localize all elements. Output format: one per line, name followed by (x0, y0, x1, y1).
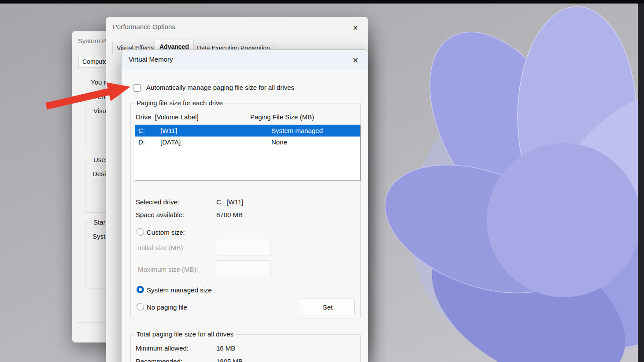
drive-list: C: [W11] System managed D: [DATA] None (135, 125, 361, 181)
system-managed-radio[interactable] (137, 286, 144, 293)
custom-size-label: Custom size: (147, 229, 185, 236)
drive-list-row-d[interactable]: D: [DATA] None (135, 137, 360, 148)
set-button[interactable]: Set (301, 299, 355, 315)
column-header-size: Paging File Size (MB) (250, 113, 314, 121)
minimum-allowed-value: 16 MB (216, 344, 235, 352)
auto-manage-checkbox-label: Automatically manage paging file size fo… (146, 84, 294, 91)
custom-size-radio[interactable] (137, 228, 144, 236)
drive-cell: D: (138, 138, 145, 146)
no-paging-file-radio[interactable] (137, 303, 144, 310)
system-managed-label: System managed size (147, 286, 212, 294)
selected-drive-label: Selected drive: (136, 198, 179, 206)
maximum-size-label: Maximum size (MB): (138, 266, 198, 273)
performance-options-title: Performance Options (113, 23, 175, 30)
system-startup-text: Syst (93, 233, 105, 240)
close-icon: ✕ (352, 24, 358, 32)
volume-cell: [W11] (160, 127, 177, 134)
drive-cell: C: (138, 127, 145, 134)
close-icon: ✕ (352, 56, 359, 65)
maximum-size-input (217, 260, 271, 277)
drive-list-row-c[interactable]: C: [W11] System managed (135, 125, 360, 137)
size-cell: None (271, 138, 287, 146)
virtual-memory-titlebar: Virtual Memory ✕ (122, 50, 368, 70)
space-available-label: Space available: (136, 211, 184, 218)
virtual-memory-dialog: Virtual Memory ✕ Automatically manage pa… (121, 49, 368, 362)
paging-file-group: Paging file size for each drive Drive [V… (130, 103, 361, 318)
recommended-label: Recommended: (136, 358, 182, 362)
size-cell: System managed (271, 127, 323, 134)
initial-size-input (217, 239, 271, 255)
space-available-value: 8700 MB (216, 211, 243, 218)
total-paging-group: Total paging file size for all drives Mi… (130, 334, 361, 362)
desktop: System P Compute You m Perfo Visu User D… (0, 0, 644, 362)
selected-drive-value: C: [W11] (216, 198, 243, 206)
paging-file-group-label: Paging file size for each drive (134, 99, 225, 107)
volume-cell: [DATA] (160, 138, 181, 146)
total-paging-group-label: Total paging file size for all drives (134, 330, 236, 338)
column-header-drive: Drive [Volume Label] (136, 113, 199, 121)
close-button[interactable]: ✕ (349, 54, 362, 66)
minimum-allowed-label: Minimum allowed: (136, 344, 189, 352)
red-arrow-annotation (42, 70, 143, 123)
screen-frame-top (0, 0, 644, 4)
system-properties-title: System P (78, 37, 106, 44)
recommended-value: 1905 MB (216, 358, 243, 362)
screen-frame-right (638, 4, 644, 362)
initial-size-label: Initial size (MB): (138, 244, 185, 251)
no-paging-file-label: No paging file (147, 303, 187, 311)
virtual-memory-title: Virtual Memory (129, 55, 173, 63)
close-button[interactable]: ✕ (349, 22, 362, 34)
